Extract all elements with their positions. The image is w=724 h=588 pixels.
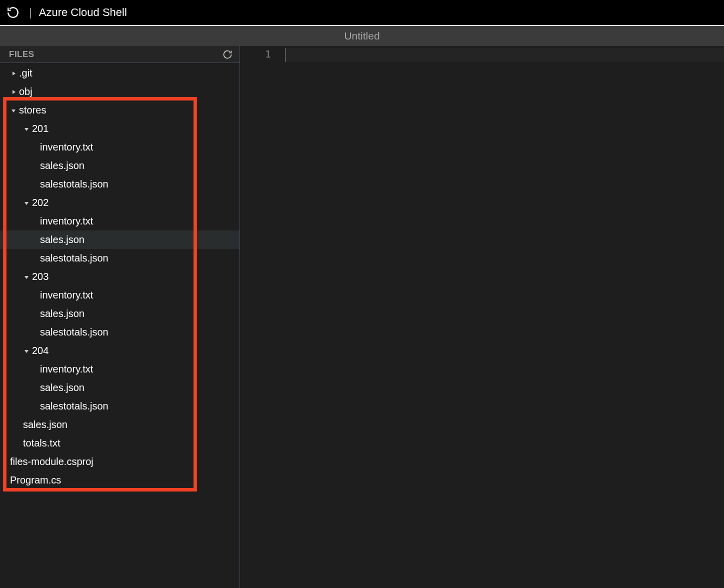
file-row[interactable]: inventory.txt: [0, 212, 240, 230]
folder-row[interactable]: stores: [0, 101, 240, 120]
tree-item-label: .git: [19, 68, 32, 79]
editor-tabbar: Untitled: [0, 26, 724, 46]
tree-item-label: 203: [32, 271, 48, 282]
file-row[interactable]: inventory.txt: [0, 286, 240, 304]
chevron-down-icon[interactable]: [10, 108, 17, 113]
tree-item-label: stores: [19, 104, 46, 116]
main-area: FILES .gitobjstores201inventory.txtsales…: [0, 46, 724, 588]
chevron-down-icon[interactable]: [23, 274, 30, 280]
tree-item-label: sales.json: [40, 308, 84, 320]
refresh-icon[interactable]: [222, 50, 232, 60]
folder-row[interactable]: 201: [0, 120, 240, 138]
file-row[interactable]: inventory.txt: [0, 138, 240, 156]
app-title: Azure Cloud Shell: [39, 6, 127, 19]
file-row[interactable]: Program.cs: [0, 471, 240, 490]
tree-item-label: salestotals.json: [40, 400, 108, 412]
svg-marker-0: [12, 72, 16, 76]
file-row[interactable]: sales.json: [0, 378, 240, 397]
folder-row[interactable]: 202: [0, 194, 240, 212]
svg-marker-4: [24, 202, 28, 205]
tree-item-label: salestotals.json: [40, 178, 108, 190]
file-row[interactable]: sales.json: [0, 304, 240, 323]
tree-item-label: 202: [32, 197, 48, 208]
file-row[interactable]: sales.json: [0, 230, 240, 249]
file-tree[interactable]: .gitobjstores201inventory.txtsales.jsons…: [0, 63, 240, 588]
chevron-down-icon[interactable]: [23, 126, 30, 132]
tree-item-label: files-module.csproj: [10, 456, 94, 468]
tree-item-label: totals.txt: [23, 438, 60, 449]
line-gutter: 1: [240, 46, 285, 588]
tab-title[interactable]: Untitled: [344, 30, 380, 42]
files-label: FILES: [9, 50, 34, 60]
svg-marker-6: [24, 350, 28, 353]
tree-item-label: sales.json: [40, 160, 84, 172]
file-row[interactable]: sales.json: [0, 156, 240, 175]
chevron-down-icon[interactable]: [23, 348, 30, 354]
tree-item-label: sales.json: [40, 234, 84, 246]
file-row[interactable]: salestotals.json: [0, 397, 240, 416]
folder-row[interactable]: .git: [0, 64, 240, 82]
current-line[interactable]: [285, 48, 724, 62]
file-row[interactable]: totals.txt: [0, 434, 240, 452]
tree-item-label: inventory.txt: [40, 290, 93, 301]
tree-item-label: obj: [19, 86, 32, 98]
folder-row[interactable]: 203: [0, 268, 240, 286]
tree-item-label: salestotals.json: [40, 326, 108, 338]
folder-row[interactable]: 204: [0, 342, 240, 360]
topbar-divider: |: [29, 6, 32, 19]
tree-item-label: 201: [32, 123, 48, 134]
svg-marker-1: [12, 90, 16, 94]
svg-marker-3: [24, 128, 28, 131]
tree-item-label: sales.json: [40, 382, 84, 394]
tree-item-label: Program.cs: [10, 474, 61, 486]
top-bar: | Azure Cloud Shell: [0, 0, 724, 25]
file-row[interactable]: salestotals.json: [0, 323, 240, 342]
reload-icon[interactable]: [6, 6, 20, 20]
file-explorer: FILES .gitobjstores201inventory.txtsales…: [0, 46, 240, 588]
svg-marker-2: [12, 110, 16, 112]
line-number: 1: [240, 48, 271, 60]
chevron-right-icon[interactable]: [10, 90, 17, 94]
tree-item-label: inventory.txt: [40, 142, 93, 153]
file-row[interactable]: files-module.csproj: [0, 452, 240, 471]
tree-item-label: salestotals.json: [40, 252, 108, 264]
file-row[interactable]: salestotals.json: [0, 175, 240, 194]
folder-row[interactable]: obj: [0, 82, 240, 101]
tree-item-label: inventory.txt: [40, 364, 93, 375]
file-explorer-header: FILES: [0, 46, 240, 63]
chevron-down-icon[interactable]: [23, 200, 30, 206]
tree-item-label: sales.json: [23, 419, 68, 430]
file-row[interactable]: inventory.txt: [0, 360, 240, 378]
svg-marker-5: [24, 276, 28, 279]
editor-body[interactable]: [285, 46, 724, 588]
file-row[interactable]: salestotals.json: [0, 249, 240, 268]
chevron-right-icon[interactable]: [10, 71, 17, 76]
tree-item-label: inventory.txt: [40, 216, 93, 227]
code-editor[interactable]: 1: [240, 46, 724, 588]
file-row[interactable]: sales.json: [0, 416, 240, 434]
tree-item-label: 204: [32, 345, 48, 356]
